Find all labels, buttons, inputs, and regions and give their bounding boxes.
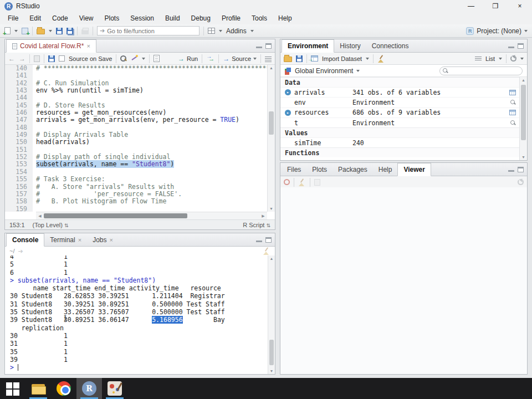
maximize-pane-icon[interactable] [518, 43, 524, 49]
scrollbar-thumb[interactable] [269, 340, 274, 365]
files-tab-help[interactable]: Help [373, 163, 398, 176]
clear-viewer-icon[interactable] [298, 178, 306, 186]
scroll-down-icon[interactable]: ▼ [268, 369, 275, 373]
minimize-button[interactable]: — [459, 0, 483, 12]
rerun-icon[interactable] [206, 55, 214, 62]
inspect-object-icon[interactable] [510, 100, 516, 105]
import-dataset-icon[interactable] [311, 55, 318, 62]
menu-file[interactable]: File [2, 13, 24, 24]
console-tab-jobs[interactable]: Jobs× [87, 233, 119, 246]
scope-selector[interactable]: (Top Level) ⇅ [33, 222, 69, 228]
project-selector[interactable]: R Project: (None) [466, 27, 528, 35]
close-icon[interactable]: × [86, 43, 90, 49]
new-file-icon[interactable] [4, 27, 11, 34]
clear-objects-icon[interactable] [377, 55, 385, 63]
code-tools-icon[interactable] [131, 55, 138, 62]
filetype-selector[interactable]: R Script ⇅ [243, 222, 270, 228]
editor-vertical-scrollbar[interactable]: ▲ ▼ [267, 65, 275, 212]
source-tab[interactable]: Covid Lateral Flow.R* × [6, 39, 96, 53]
environment-scrollbar[interactable]: ▲ ▼ [519, 77, 527, 160]
minimize-pane-icon[interactable] [508, 170, 514, 172]
menu-plots[interactable]: Plots [99, 13, 125, 24]
environment-tab-connections[interactable]: Connections [366, 39, 415, 52]
minimize-pane-icon[interactable] [508, 47, 514, 48]
close-icon[interactable]: × [110, 237, 113, 243]
goto-file-input[interactable] [107, 28, 197, 34]
close-icon[interactable]: × [78, 237, 81, 243]
taskbar-paint-button[interactable] [102, 378, 127, 399]
compile-report-icon[interactable] [154, 55, 160, 62]
save-source-icon[interactable] [48, 55, 55, 62]
taskbar-explorer-button[interactable] [25, 378, 51, 399]
document-outline-icon[interactable] [265, 57, 272, 62]
menu-build[interactable]: Build [160, 13, 186, 24]
environment-scope-label[interactable]: Global Environment [295, 67, 353, 75]
export-icon[interactable] [314, 179, 320, 186]
menu-edit[interactable]: Edit [24, 13, 47, 24]
menu-code[interactable]: Code [47, 13, 74, 24]
environment-row-resources[interactable]: ▸resources686 obs. of 9 variables [280, 108, 519, 117]
console-scrollbar[interactable]: ▲ ▼ [268, 255, 275, 374]
scroll-up-icon[interactable]: ▲ [268, 66, 275, 70]
maximize-pane-icon[interactable] [518, 167, 524, 172]
run-button[interactable]: → Run [178, 55, 198, 63]
menu-help[interactable]: Help [273, 13, 298, 24]
environment-row-simTime[interactable]: simTime240 [280, 137, 519, 147]
minimize-pane-icon[interactable] [256, 47, 262, 48]
scroll-up-icon[interactable]: ▲ [520, 78, 527, 82]
minimize-pane-icon[interactable] [256, 241, 262, 242]
pane-layout-icon[interactable] [208, 28, 215, 34]
taskbar-rstudio-button[interactable]: R [76, 378, 102, 399]
new-file-caret-icon[interactable] [14, 30, 18, 32]
files-tab-viewer[interactable]: Viewer [397, 163, 431, 176]
pane-layout-caret-icon[interactable] [219, 30, 222, 32]
save-workspace-icon[interactable] [296, 55, 303, 62]
list-view-icon[interactable] [475, 57, 482, 62]
list-view-label[interactable]: List [485, 55, 495, 62]
taskbar-start-button[interactable] [0, 378, 25, 399]
maximize-pane-icon[interactable] [265, 237, 272, 243]
addins-button[interactable]: Addins [226, 27, 247, 35]
menu-profile[interactable]: Profile [216, 13, 246, 24]
print-icon[interactable] [81, 29, 89, 34]
environment-search-box[interactable] [439, 66, 523, 75]
load-workspace-icon[interactable] [284, 57, 292, 62]
scrollbar-thumb[interactable] [44, 213, 187, 218]
environment-search-input[interactable] [451, 68, 519, 74]
code-tools-caret-icon[interactable] [142, 58, 145, 60]
open-file-caret-icon[interactable] [49, 30, 52, 32]
environment-tab-environment[interactable]: Environment [282, 39, 334, 53]
scope-caret-icon[interactable] [356, 70, 360, 72]
find-replace-icon[interactable] [120, 55, 127, 62]
source-on-save-checkbox[interactable] [59, 55, 65, 62]
taskbar-chrome-button[interactable] [51, 378, 76, 399]
save-icon[interactable] [56, 28, 63, 34]
close-button[interactable]: × [508, 0, 532, 12]
maximize-button[interactable]: ❐ [483, 0, 508, 12]
console-output[interactable]: 4 15 16 1> subset(arrivals, name == "Stu… [5, 255, 268, 374]
editor-horizontal-scrollbar[interactable]: ◀ ▶ [36, 212, 267, 219]
scroll-right-icon[interactable]: ▶ [259, 212, 267, 219]
open-in-new-window-icon[interactable] [34, 55, 40, 62]
expand-icon[interactable]: ▸ [285, 89, 291, 95]
scroll-down-icon[interactable]: ▼ [520, 155, 527, 159]
refresh-caret-icon[interactable] [520, 58, 524, 60]
scroll-up-icon[interactable]: ▲ [268, 257, 275, 260]
new-project-icon[interactable] [22, 28, 28, 34]
source-button[interactable]: → Source [223, 55, 257, 63]
refresh-viewer-icon[interactable] [518, 179, 524, 185]
goto-directory-icon[interactable]: ➔ [18, 248, 23, 255]
forward-icon[interactable]: → [19, 55, 25, 63]
import-dataset-label[interactable]: Import Dataset [322, 55, 362, 62]
list-caret-icon[interactable] [499, 58, 502, 60]
environment-row-arrivals[interactable]: ▸arrivals341 obs. of 6 variables [280, 87, 519, 97]
environment-tab-history[interactable]: History [334, 39, 366, 52]
scrollbar-thumb[interactable] [269, 111, 274, 135]
scrollbar-thumb[interactable] [521, 85, 526, 140]
environment-row-t[interactable]: tEnvironment [280, 117, 519, 127]
menu-debug[interactable]: Debug [186, 13, 216, 24]
refresh-icon[interactable] [510, 55, 516, 62]
view-data-icon[interactable] [509, 90, 516, 95]
files-tab-files[interactable]: Files [282, 163, 306, 176]
stop-icon[interactable] [284, 179, 290, 185]
